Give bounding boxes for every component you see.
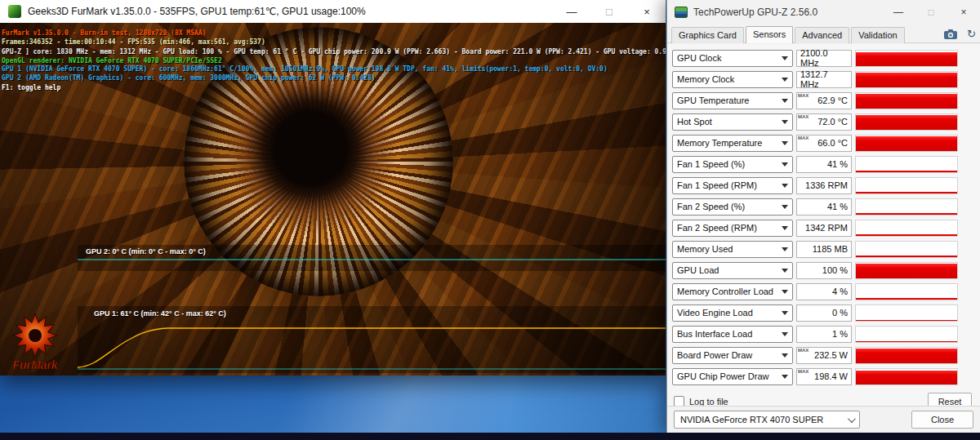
sensor-selector[interactable]: GPU Temperature [672, 92, 793, 109]
furmark-close-button[interactable]: × [628, 0, 666, 23]
sensor-graph [855, 304, 958, 322]
sensor-graph [855, 262, 958, 279]
sensor-graph [855, 71, 958, 88]
sensor-selector[interactable]: GPU Load [672, 262, 793, 279]
chevron-down-icon [782, 99, 788, 103]
sensor-value: 41 % [827, 202, 848, 211]
sensor-selector[interactable]: Video Engine Load [672, 304, 793, 322]
sensor-list: GPU Clock 2100.0 MHz Memory Clock 1312.7… [667, 44, 980, 387]
sensor-value-box: 2100.0 MHz [796, 50, 852, 67]
sensor-row: GPU Clock 2100.0 MHz [672, 47, 980, 69]
gpuz-titlebar[interactable]: TechPowerUp GPU-Z 2.56.0 — □ × [667, 0, 980, 24]
sensor-value: 66.0 °C [817, 138, 848, 148]
sensor-label: GPU Temperature [677, 96, 749, 105]
log-to-file-label: Log to file [689, 397, 728, 407]
sensor-graph-fill [856, 94, 957, 108]
sensor-selector[interactable]: Fan 2 Speed (RPM) [672, 220, 793, 237]
sensor-selector[interactable]: Hot Spot [672, 113, 793, 131]
sensor-graph [855, 241, 958, 258]
sensor-label: GPU Clock [677, 53, 721, 63]
sensor-label: GPU Load [677, 265, 719, 275]
sensor-value: 1342 RPM [805, 223, 848, 233]
furmark-maximize-button[interactable]: □ [590, 0, 628, 23]
sensor-row: Fan 1 Speed (%) 41 % [672, 153, 980, 175]
sensor-value-box: MAX 232.5 W [796, 347, 852, 364]
chevron-down-icon [782, 332, 788, 336]
furmark-window-controls: — □ × [553, 0, 666, 23]
windows-taskbar [0, 433, 980, 440]
furmark-minimize-button[interactable]: — [553, 0, 590, 23]
sensor-graph-fill [856, 192, 957, 193]
gpuz-footer: NVIDIA GeForce RTX 4070 SUPER Close [667, 406, 980, 433]
sensor-max-flag: MAX [798, 93, 808, 98]
sensor-selector[interactable]: GPU Chip Power Draw [672, 368, 793, 385]
tab-graphics-card[interactable]: Graphics Card [671, 27, 744, 43]
sensor-selector[interactable]: GPU Clock [672, 50, 793, 67]
sensor-value-box: MAX 198.4 W [796, 368, 852, 385]
sensor-selector[interactable]: Fan 1 Speed (RPM) [672, 177, 793, 194]
tab-sensors[interactable]: Sensors [746, 26, 793, 43]
sensor-value: 1185 MB [813, 244, 848, 254]
sensor-selector[interactable]: Memory Used [672, 241, 793, 258]
sensor-selector[interactable]: Memory Temperature [672, 135, 793, 152]
sensor-max-flag: MAX [798, 348, 808, 353]
sensor-graph [855, 326, 958, 343]
sensor-value: 62.9 °C [817, 96, 848, 105]
sensor-row: Fan 1 Speed (RPM) 1336 RPM [672, 175, 980, 196]
sensor-label: Fan 1 Speed (%) [677, 159, 745, 169]
sensor-selector[interactable]: Fan 1 Speed (%) [672, 156, 793, 173]
sensor-value: 232.5 W [814, 350, 848, 360]
sensor-selector[interactable]: Fan 2 Speed (%) [672, 198, 793, 216]
sensor-graph-fill [856, 320, 957, 321]
gpuz-minimize-button[interactable]: — [882, 0, 915, 24]
refresh-icon[interactable]: ↻ [967, 29, 976, 39]
sensor-graph-fill [856, 52, 957, 66]
tab-advanced[interactable]: Advanced [795, 27, 849, 43]
chevron-down-icon [782, 269, 788, 273]
sensor-value: 41 % [827, 159, 848, 169]
sensor-value-box: 4 % [796, 283, 852, 300]
gpu-device-name: NVIDIA GeForce RTX 4070 SUPER [680, 415, 823, 424]
screen: Geeks3D FurMark v1.35.0.0 - 535FPS, GPU1… [0, 0, 980, 440]
chevron-down-icon [782, 247, 788, 251]
sensor-graph-fill [856, 371, 957, 384]
sensor-row: Bus Interface Load 1 % [672, 323, 980, 344]
sensor-value-box: MAX 66.0 °C [796, 135, 852, 152]
sensor-label: Bus Interface Load [677, 329, 752, 339]
sensor-row: GPU Load 100 % [672, 260, 980, 281]
chevron-down-icon [848, 415, 856, 423]
sensor-value: 0 % [832, 308, 848, 318]
osd-renderer-line: OpenGL renderer: NVIDIA GeForce RTX 4070… [2, 57, 666, 66]
gpuz-sensors-panel: GPU Clock 2100.0 MHz Memory Clock 1312.7… [667, 44, 980, 433]
sensor-graph-fill [856, 115, 957, 129]
chevron-down-icon [782, 141, 788, 145]
camera-icon[interactable] [944, 29, 957, 39]
furmark-titlebar[interactable]: Geeks3D FurMark v1.35.0.0 - 535FPS, GPU1… [0, 0, 666, 23]
sensor-label: Fan 2 Speed (%) [677, 202, 745, 211]
osd-gpuz-line: GPU-Z ] core: 1830 MHz - mem: 1312 MHz -… [2, 48, 666, 57]
sensor-value: 72.0 °C [817, 117, 848, 127]
sensor-label: Memory Clock [677, 74, 734, 84]
sensor-selector[interactable]: Bus Interface Load [672, 326, 793, 343]
sensor-value: 4 % [832, 287, 848, 296]
sensor-selector[interactable]: Board Power Draw [672, 347, 793, 364]
sensor-graph [855, 283, 958, 300]
sensor-graph-fill [856, 213, 957, 215]
chevron-down-icon [782, 162, 788, 167]
tab-validation[interactable]: Validation [851, 27, 905, 43]
sensor-value: 2100.0 MHz [800, 48, 848, 68]
gpuz-close-button[interactable]: × [947, 0, 980, 24]
sensor-graph-fill [856, 256, 957, 256]
sensor-label: Hot Spot [677, 117, 712, 127]
gpu-device-select[interactable]: NVIDIA GeForce RTX 4070 SUPER [674, 411, 860, 429]
sensor-row: Hot Spot MAX 72.0 °C [672, 111, 980, 132]
sensor-selector[interactable]: Memory Controller Load [672, 283, 793, 300]
sensor-row: Fan 2 Speed (RPM) 1342 RPM [672, 217, 980, 238]
sensor-value-box: 0 % [796, 304, 852, 322]
sensor-label: Fan 2 Speed (RPM) [677, 223, 757, 233]
sensor-value-box: 1 % [796, 326, 852, 343]
sensor-graph [855, 156, 958, 173]
sensor-selector[interactable]: Memory Clock [672, 71, 793, 88]
sensor-graph [855, 113, 958, 131]
close-button[interactable]: Close [911, 411, 973, 429]
